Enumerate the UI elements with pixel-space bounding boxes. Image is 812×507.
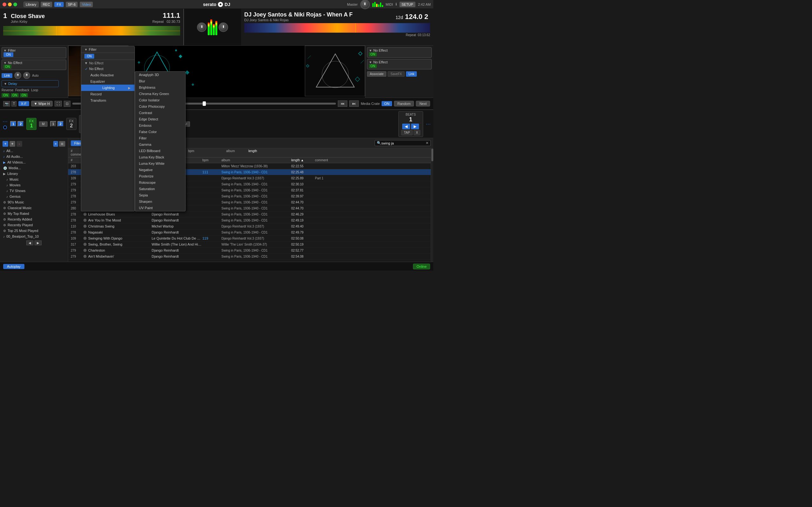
- delay-on-button-2[interactable]: ON: [11, 93, 19, 97]
- sidebar-item-movies[interactable]: ♪ Movies: [0, 182, 68, 188]
- aspect-button[interactable]: ⊡: [64, 101, 70, 107]
- table-row[interactable]: 278 Limehouse Blues Django Reinhardt Swi…: [68, 211, 431, 217]
- sidebar-item-library[interactable]: ▶ Library: [0, 171, 68, 176]
- table-row[interactable]: 278 Are You In The Mood Django Reinhardt…: [68, 217, 431, 223]
- close-button[interactable]: [3, 3, 6, 6]
- sidebar-item-recentlyadded[interactable]: ⚙ Recently Added: [0, 216, 68, 222]
- fullscreen-button[interactable]: ⛶: [55, 101, 62, 107]
- filter-dropdown-on[interactable]: ON: [84, 54, 94, 59]
- beat-fx2-2-button[interactable]: 2: [57, 121, 64, 127]
- saturation-option[interactable]: Saturation: [135, 186, 185, 192]
- filter-on-button[interactable]: ON: [3, 52, 13, 57]
- online-button[interactable]: Online: [413, 264, 430, 269]
- sidebar-item-toprated[interactable]: ⚙ My Top Rated: [0, 211, 68, 216]
- beat-1-button[interactable]: 1: [10, 121, 16, 127]
- t-icon-button[interactable]: T: [11, 101, 16, 107]
- sidebar-item-music[interactable]: ♪ Music: [0, 176, 68, 182]
- grid-view-button[interactable]: ⊞: [59, 141, 65, 147]
- fx-button[interactable]: FX: [54, 2, 64, 7]
- no-effect-right-on-1[interactable]: ON: [369, 52, 377, 56]
- add-sidebar-button-2[interactable]: +: [9, 141, 15, 147]
- table-row[interactable]: 110 Christmas Swing Michel Warlop Django…: [68, 223, 431, 229]
- table-row[interactable]: 279 Ain't Misbehavin' Django Reinhardt S…: [68, 253, 431, 260]
- posterize-option[interactable]: Posterize: [135, 173, 185, 179]
- rec-button[interactable]: REC: [41, 2, 52, 7]
- left-dots-icon[interactable]: ⋯: [3, 118, 8, 124]
- associate-button[interactable]: Associate: [367, 71, 386, 77]
- knob-left-2[interactable]: [23, 72, 30, 79]
- sidebar-item-media[interactable]: 💿 Media...: [0, 165, 68, 171]
- table-row[interactable]: 278 Nagasaki Django Reinhardt Swing in P…: [68, 229, 431, 235]
- beats-up-button[interactable]: ▶: [411, 124, 419, 129]
- edge-detect-option[interactable]: Edge Detect: [135, 116, 185, 122]
- no-effect-right-on-2[interactable]: ON: [369, 64, 377, 68]
- luma-key-white-option[interactable]: Luma Key White: [135, 160, 185, 167]
- x-button[interactable]: X: [414, 130, 420, 135]
- knob-left-1[interactable]: [14, 72, 21, 79]
- false-color-option[interactable]: False Color: [135, 129, 185, 135]
- no-effect-option-check[interactable]: ✓ No Effect: [81, 66, 135, 72]
- luma-key-black-option[interactable]: Luma Key Black: [135, 154, 185, 160]
- sp6-button[interactable]: SP-6: [66, 2, 78, 7]
- xf-button[interactable]: X-F: [18, 101, 29, 106]
- next-button-media[interactable]: Next: [416, 101, 430, 107]
- info-icon[interactable]: ℹ: [396, 2, 397, 6]
- search-clear-icon[interactable]: ✕: [426, 141, 428, 145]
- beats-down-button[interactable]: ◀: [402, 124, 410, 129]
- beat-fx2-1-button[interactable]: 1: [50, 121, 56, 127]
- list-view-button[interactable]: ≡: [53, 141, 58, 147]
- sidebar-next-button[interactable]: ▶: [35, 240, 42, 245]
- right-dots-icon[interactable]: ⋯: [426, 121, 431, 127]
- library-dropdown[interactable]: Library: [23, 2, 39, 7]
- tap-button[interactable]: TAP: [401, 130, 413, 135]
- autoplay-button[interactable]: Autoplay: [3, 264, 24, 269]
- sidebar-item-audio[interactable]: ♪ All Audio...: [0, 154, 68, 159]
- sidebar-item-90s[interactable]: ⚙ 90's Music: [0, 199, 68, 205]
- gamma-option[interactable]: Gamma: [135, 141, 185, 148]
- blur-option[interactable]: Blur: [135, 78, 185, 84]
- beat-2-button[interactable]: 2: [17, 121, 24, 127]
- color-isolator-option[interactable]: Color Isolator: [135, 97, 185, 103]
- right-gain-knob[interactable]: [218, 22, 228, 32]
- minimize-button[interactable]: [8, 3, 12, 6]
- sidebar-item-beatport[interactable]: ♪ 00_Beatport_Top_10: [0, 233, 68, 239]
- led-billboard-option[interactable]: LED Billboard: [135, 148, 185, 154]
- sidebar-item-videos[interactable]: ▶ All Videos...: [0, 159, 68, 165]
- sidebar-item-recentlyplayed[interactable]: ⚙ Recently Played: [0, 222, 68, 228]
- left-gain-knob[interactable]: [197, 22, 206, 32]
- random-button[interactable]: Random: [394, 101, 414, 107]
- rotoscope-option[interactable]: Rotoscope: [135, 179, 185, 186]
- library-scrollbar[interactable]: [431, 148, 433, 262]
- lighting-option[interactable]: Lighting ▶: [81, 84, 135, 91]
- audio-reactive-option[interactable]: Audio Reactive: [81, 72, 135, 78]
- sepia-option[interactable]: Sepia: [135, 192, 185, 199]
- snapshot-button[interactable]: 📷: [3, 101, 10, 107]
- remove-sidebar-button[interactable]: -: [16, 141, 22, 147]
- no-effect-on-1[interactable]: ON: [3, 65, 11, 69]
- table-row[interactable]: 109 Swinging With Django Le Quintette Du…: [68, 235, 431, 241]
- wipe-button[interactable]: ▼ Wipe H: [31, 101, 53, 107]
- setup-button[interactable]: SETUP: [399, 2, 415, 7]
- savefx-button[interactable]: SaveFX: [388, 71, 405, 77]
- chroma-key-green-option[interactable]: Chroma Key Green: [135, 91, 185, 97]
- table-row[interactable]: 317 Swing, Brother, Swing Willie Smith (…: [68, 241, 431, 247]
- brightness-option[interactable]: Brightness: [135, 84, 185, 91]
- media-on-button[interactable]: ON: [382, 101, 392, 106]
- sidebar-item-tvshows[interactable]: ♪ TV Shows: [0, 188, 68, 193]
- equalizer-option[interactable]: Equalizer: [81, 78, 135, 84]
- scrollbar-handle[interactable]: [432, 149, 433, 161]
- anaglyph-option[interactable]: Anaglyph 3D: [135, 72, 185, 78]
- negative-option[interactable]: Negative: [135, 167, 185, 173]
- color-photocopy-option[interactable]: Color Photocopy: [135, 103, 185, 110]
- search-input[interactable]: [381, 141, 426, 145]
- uv-paint-option[interactable]: UV Paint: [135, 205, 185, 211]
- maximize-button[interactable]: [13, 3, 17, 6]
- sharpen-option[interactable]: Sharpen: [135, 199, 185, 205]
- contrast-option[interactable]: Contrast: [135, 110, 185, 116]
- master-knob[interactable]: [360, 0, 370, 9]
- next-button-transport[interactable]: ⏭: [349, 101, 359, 107]
- add-sidebar-button[interactable]: +: [3, 141, 8, 147]
- prev-button[interactable]: ⏮: [338, 101, 347, 107]
- transform-option[interactable]: Transform: [81, 97, 135, 104]
- link-button-left[interactable]: Link: [2, 73, 12, 78]
